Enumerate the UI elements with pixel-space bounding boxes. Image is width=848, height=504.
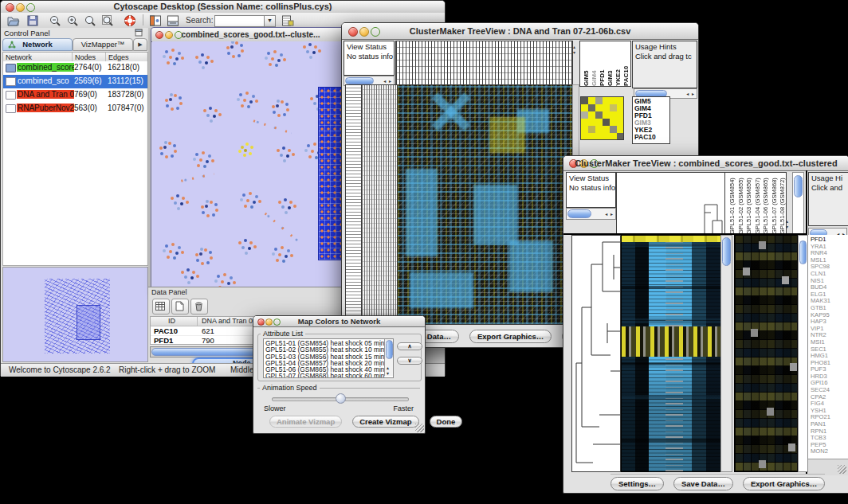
save-icon[interactable] [26,14,39,27]
treeview2-column-dendrogram[interactable] [616,172,727,235]
node-cluster[interactable] [276,104,279,107]
node-chain[interactable] [249,118,292,134]
node-cluster[interactable] [163,146,167,149]
node-chain[interactable] [261,209,299,242]
scroll-arrows-icon[interactable]: ◂ ▸ [686,91,695,96]
node-cluster[interactable] [238,241,241,244]
column-label[interactable]: GPL51-02 (GSM855) [737,173,744,234]
treeview-action-button[interactable]: Save Data… [673,477,733,490]
column-label[interactable]: GPL51-08 (GSM872) [779,173,786,234]
node-cluster[interactable] [278,201,281,204]
node-cluster[interactable] [171,197,174,200]
node-cluster[interactable] [217,275,220,278]
node-cluster[interactable] [230,45,234,49]
column-label[interactable]: GPL51-04 (GSM857) [754,173,761,234]
treeview2-zoom-vscrollbar[interactable] [798,235,808,472]
search-dropdown-arrow-icon[interactable]: ▼ [264,15,276,27]
page-toolbar-button[interactable] [171,299,189,315]
search-input[interactable] [214,15,265,27]
treeview1-row-dendrogram[interactable] [361,84,398,325]
scrollbar-thumb[interactable] [386,340,393,359]
treeview1-titlebar[interactable]: ClusterMaker TreeView : DNA and Tran 07-… [342,23,698,40]
treeview2-heatmap[interactable] [621,235,722,472]
open-file-icon[interactable] [7,14,20,27]
node-cluster[interactable] [277,149,280,152]
node-cluster[interactable] [267,52,270,55]
dialog-titlebar[interactable]: Map Colors to Network [253,316,425,327]
network-table-row[interactable]: combined_scores 2764(0) 16218(0) [3,61,147,75]
tab-overflow-button[interactable]: ▶ [133,38,147,51]
node-cluster[interactable] [169,98,172,101]
move-up-button[interactable]: ∧ [397,342,422,350]
network-view-titlebar[interactable]: combined_scores_good.txt--cluste... [151,28,350,42]
scrollbar-thumb[interactable] [345,77,374,84]
network-table-row[interactable]: combined_sco 2569(6) 13112(15) [3,75,147,88]
treeview2-label-arrows[interactable]: ▴▾ [786,218,788,229]
node-cluster[interactable] [239,93,242,96]
treeview2-zoom-heatmap[interactable] [734,235,798,472]
column-label[interactable]: GIM3 [607,41,614,86]
attribute-listbox[interactable]: GPL51-01 (GSM854) heat shock 05 minGPL51… [263,338,394,378]
node-cluster[interactable] [195,56,198,59]
treeview1-heatmap[interactable] [397,84,573,325]
node-cluster[interactable] [242,193,245,197]
node-cluster[interactable] [165,244,168,248]
scrollbar-thumb[interactable] [722,237,731,266]
listbox-vscrollbar[interactable]: ▴▾ [384,339,393,376]
treeview2-titlebar[interactable]: ClusterMaker TreeView : combined_scores_… [563,156,848,171]
treeview2-row-dendrogram[interactable] [571,235,621,472]
float-panel-icon[interactable] [135,29,143,37]
node-cluster[interactable] [195,153,198,156]
node-cluster[interactable] [203,109,206,112]
treeview2-heatmap-vscrollbar[interactable] [720,235,732,472]
overview-viewport-rect[interactable] [77,305,100,340]
scroll-arrows-icon[interactable]: ▴▾ [387,365,390,376]
node-cluster[interactable] [303,45,306,49]
help-lifesaver-icon[interactable] [124,14,136,27]
scroll-arrows-icon[interactable]: ◂ ▸ [383,78,392,84]
column-label[interactable]: YKE2 [614,41,622,86]
column-label[interactable]: GIM4 [591,41,598,86]
column-label[interactable]: GPL51-01 (GSM854) [728,173,736,234]
node-cluster[interactable] [274,248,277,251]
network-table-row[interactable]: DNA and Tran 07 769(0) 183728(0) [3,88,147,102]
node-cluster[interactable] [205,205,208,208]
column-label[interactable]: GPL51-06 (GSM865) [762,173,769,234]
network-overview[interactable] [2,267,148,362]
scrollbar-thumb[interactable] [799,240,807,264]
column-label[interactable]: GPL51-03 (GSM856) [745,173,752,234]
move-down-button[interactable]: ∨ [397,357,422,365]
node-cluster[interactable] [199,252,202,256]
node-cluster-yellow[interactable] [241,146,244,149]
main-titlebar[interactable]: Cytoscape Desktop (Session Name: collins… [1,1,445,14]
scrollbar-thumb[interactable] [794,175,803,197]
tab-network[interactable]: Network [2,38,73,51]
treeview2-status-scrollbar[interactable]: ◂ ▸ [566,208,616,220]
column-label[interactable]: GIM5 [583,41,590,86]
column-header-id[interactable]: ID [168,317,175,325]
scroll-arrows-icon[interactable]: ◂ ▸ [605,211,614,217]
zoom-in-icon[interactable] [66,14,79,27]
resize-grip[interactable] [415,424,424,432]
zoom-actual-icon[interactable] [84,14,96,27]
trash-toolbar-button[interactable] [190,299,208,315]
zoom-out-icon[interactable] [49,14,61,27]
gene-label[interactable]: PAC10 [634,134,669,141]
treeview-action-button[interactable]: Export Graphics… [743,477,825,490]
treeview-action-button[interactable]: Export Graphics… [469,330,552,343]
zoom-fit-icon[interactable] [101,14,114,27]
treeview2-labels-vscrollbar[interactable] [792,172,804,235]
node-cluster[interactable] [165,50,168,53]
treeview1-column-dendrogram[interactable] [395,41,573,87]
node-cluster[interactable] [307,144,310,147]
column-label[interactable]: PFD1 [599,41,606,86]
dialog-button[interactable]: Done [430,416,463,428]
dialog-button[interactable]: Create Vizmap [352,416,418,428]
node-chain[interactable] [176,173,214,183]
column-label[interactable]: PAC10 [622,41,630,86]
speed-slider-thumb[interactable] [336,393,346,404]
attribute-item[interactable]: GPL51-07 (GSM868) heat shock 60 min [265,373,393,378]
treeview1-mini-heatmap[interactable] [580,96,624,140]
scrollbar-thumb[interactable] [567,209,591,218]
dialog-button[interactable]: Animate Vizmap [269,416,342,428]
